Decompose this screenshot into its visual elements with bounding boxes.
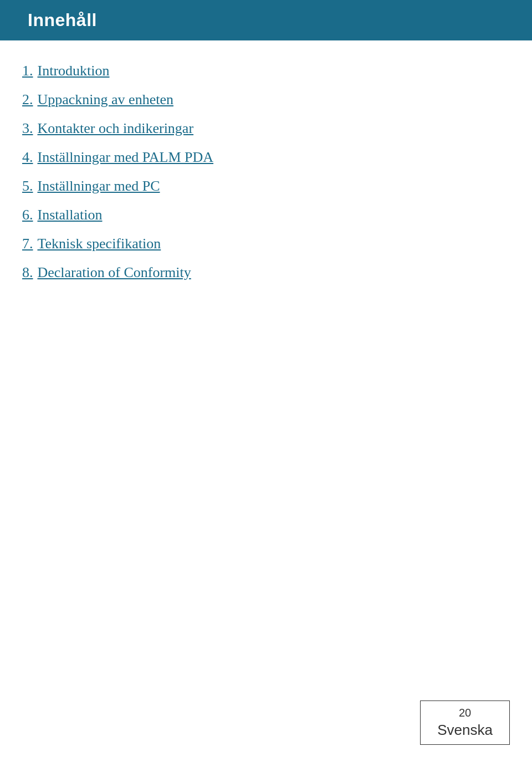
list-item: 1.Introduktion [22, 63, 510, 79]
toc-number-1: 1. [22, 63, 33, 79]
toc-label-7: Teknisk specifikation [38, 236, 161, 252]
header-title: Innehåll [28, 10, 97, 30]
toc-number-6: 6. [22, 207, 33, 223]
page-container: Innehåll 1.Introduktion 2.Uppackning av … [0, 0, 532, 767]
toc-number-5: 5. [22, 178, 33, 194]
toc-link-7[interactable]: 7.Teknisk specifikation [22, 236, 161, 252]
page-number: 20 [437, 707, 493, 719]
toc-label-8: Declaration of Conformity [38, 264, 191, 280]
list-item: 6.Installation [22, 207, 510, 223]
list-item: 5.Inställningar med PC [22, 178, 510, 195]
toc-label-1: Introduktion [38, 63, 110, 79]
toc-link-6[interactable]: 6.Installation [22, 207, 102, 223]
list-item: 8.Declaration of Conformity [22, 264, 510, 281]
toc-link-1[interactable]: 1.Introduktion [22, 63, 110, 79]
toc-link-4[interactable]: 4.Inställningar med PALM PDA [22, 149, 213, 165]
footer: 20 Svenska [420, 700, 510, 745]
toc-number-4: 4. [22, 149, 33, 165]
toc-link-3[interactable]: 3.Kontakter och indikeringar [22, 120, 193, 136]
table-of-contents: 1.Introduktion 2.Uppackning av enheten 3… [22, 63, 510, 281]
header-bar: Innehåll [0, 0, 532, 40]
toc-link-5[interactable]: 5.Inställningar med PC [22, 178, 160, 194]
list-item: 3.Kontakter och indikeringar [22, 120, 510, 137]
toc-label-2: Uppackning av enheten [38, 91, 173, 108]
toc-link-8[interactable]: 8.Declaration of Conformity [22, 264, 191, 280]
toc-number-3: 3. [22, 120, 33, 136]
footer-box: 20 Svenska [420, 700, 510, 745]
language-label: Svenska [437, 722, 493, 739]
toc-label-3: Kontakter och indikeringar [38, 120, 194, 136]
toc-number-8: 8. [22, 264, 33, 280]
toc-label-4: Inställningar med PALM PDA [38, 149, 214, 165]
toc-label-5: Inställningar med PC [38, 178, 160, 194]
toc-number-7: 7. [22, 236, 33, 252]
toc-link-2[interactable]: 2.Uppackning av enheten [22, 91, 173, 108]
list-item: 7.Teknisk specifikation [22, 236, 510, 252]
list-item: 2.Uppackning av enheten [22, 91, 510, 108]
list-item: 4.Inställningar med PALM PDA [22, 149, 510, 166]
toc-number-2: 2. [22, 91, 33, 108]
toc-label-6: Installation [38, 207, 103, 223]
